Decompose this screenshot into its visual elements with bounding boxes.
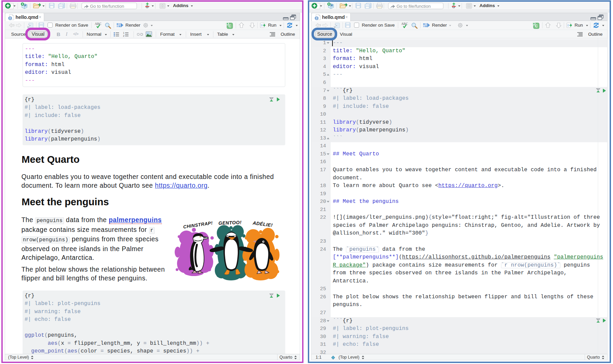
svg-text:C: C	[229, 24, 231, 28]
svg-text:2: 2	[123, 35, 124, 37]
svg-text:ABC: ABC	[95, 22, 101, 26]
svg-text:ABC: ABC	[401, 22, 408, 26]
svg-text:CHINSTRAP!: CHINSTRAP!	[183, 220, 213, 230]
svg-text:R: R	[331, 4, 333, 7]
svg-text:C: C	[535, 24, 538, 28]
svg-text:1: 1	[123, 32, 124, 34]
svg-text:R: R	[24, 4, 27, 7]
svg-text:ADÉLIE!: ADÉLIE!	[252, 220, 273, 228]
svg-text:GENTOO!: GENTOO!	[218, 220, 242, 226]
